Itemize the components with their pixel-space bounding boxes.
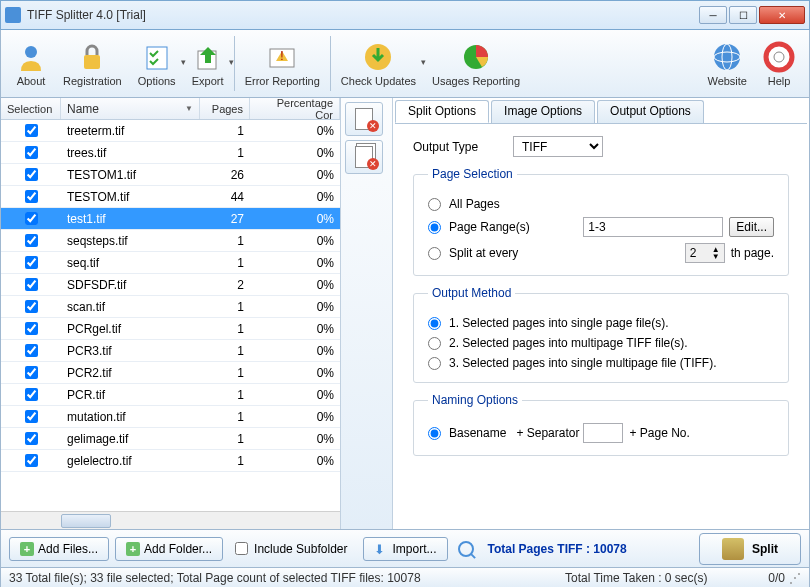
all-pages-radio[interactable] bbox=[428, 198, 441, 211]
export-icon bbox=[192, 41, 224, 73]
row-name: treeterm.tif bbox=[61, 124, 200, 138]
remove-all-button[interactable]: ✕ bbox=[345, 140, 383, 174]
table-row[interactable]: PCR.tif10% bbox=[1, 384, 340, 406]
row-checkbox[interactable] bbox=[25, 146, 38, 159]
split-every-spinner[interactable]: 2▲▼ bbox=[685, 243, 725, 263]
row-checkbox[interactable] bbox=[25, 388, 38, 401]
row-checkbox[interactable] bbox=[25, 410, 38, 423]
page-selection-legend: Page Selection bbox=[428, 167, 517, 181]
close-button[interactable]: ✕ bbox=[759, 6, 805, 24]
tab-output-options[interactable]: Output Options bbox=[597, 100, 704, 123]
about-button[interactable]: About bbox=[7, 32, 55, 95]
table-row[interactable]: mutation.tif10% bbox=[1, 406, 340, 428]
table-row[interactable]: SDFSDF.tif20% bbox=[1, 274, 340, 296]
check-updates-button[interactable]: Check Updates bbox=[333, 32, 424, 95]
include-subfolder-checkbox[interactable] bbox=[235, 542, 248, 555]
error-reporting-button[interactable]: !Error Reporting bbox=[237, 32, 328, 95]
table-row[interactable]: test1.tif270% bbox=[1, 208, 340, 230]
row-checkbox[interactable] bbox=[25, 168, 38, 181]
row-checkbox[interactable] bbox=[25, 344, 38, 357]
edit-ranges-button[interactable]: Edit... bbox=[729, 217, 774, 237]
col-percentage[interactable]: Percentage Cor bbox=[250, 98, 340, 119]
page-ranges-input[interactable] bbox=[583, 217, 723, 237]
row-pages: 1 bbox=[200, 410, 250, 424]
naming-legend: Naming Options bbox=[428, 393, 522, 407]
row-percentage: 0% bbox=[250, 234, 340, 248]
table-row[interactable]: TESTOM.tif440% bbox=[1, 186, 340, 208]
options-button[interactable]: Options bbox=[130, 32, 184, 95]
row-name: gelimage.tif bbox=[61, 432, 200, 446]
tab-split-options[interactable]: Split Options bbox=[395, 100, 489, 123]
split-button[interactable]: Split bbox=[699, 533, 801, 565]
table-row[interactable]: TESTOM1.tif260% bbox=[1, 164, 340, 186]
output-method-2-label: 2. Selected pages into multipage TIFF fi… bbox=[449, 336, 688, 350]
row-checkbox[interactable] bbox=[25, 432, 38, 445]
help-button[interactable]: Help bbox=[755, 32, 803, 95]
website-button[interactable]: Website bbox=[699, 32, 755, 95]
row-checkbox[interactable] bbox=[25, 124, 38, 137]
output-method-3-radio[interactable] bbox=[428, 357, 441, 370]
resize-grip-icon[interactable]: ⋰ bbox=[789, 571, 801, 585]
row-name: PCRgel.tif bbox=[61, 322, 200, 336]
row-checkbox[interactable] bbox=[25, 256, 38, 269]
row-checkbox[interactable] bbox=[25, 454, 38, 467]
add-files-button[interactable]: +Add Files... bbox=[9, 537, 109, 561]
grid-body[interactable]: treeterm.tif10%trees.tif10%TESTOM1.tif26… bbox=[1, 120, 340, 511]
maximize-button[interactable]: ☐ bbox=[729, 6, 757, 24]
page-ranges-label: Page Range(s) bbox=[449, 220, 530, 234]
row-pages: 1 bbox=[200, 234, 250, 248]
export-button[interactable]: Export bbox=[184, 32, 232, 95]
split-icon bbox=[722, 538, 744, 560]
row-checkbox[interactable] bbox=[25, 278, 38, 291]
output-type-select[interactable]: TIFF bbox=[513, 136, 603, 157]
row-checkbox[interactable] bbox=[25, 366, 38, 379]
minimize-button[interactable]: ─ bbox=[699, 6, 727, 24]
page-ranges-radio[interactable] bbox=[428, 221, 441, 234]
output-method-2-radio[interactable] bbox=[428, 337, 441, 350]
remove-selected-button[interactable]: ✕ bbox=[345, 102, 383, 136]
col-selection[interactable]: Selection bbox=[1, 98, 61, 119]
row-checkbox[interactable] bbox=[25, 322, 38, 335]
table-row[interactable]: trees.tif10% bbox=[1, 142, 340, 164]
separator-input[interactable] bbox=[583, 423, 623, 443]
row-percentage: 0% bbox=[250, 388, 340, 402]
magnifier-icon[interactable] bbox=[458, 541, 474, 557]
table-row[interactable]: gelelectro.tif10% bbox=[1, 450, 340, 472]
table-row[interactable]: seqsteps.tif10% bbox=[1, 230, 340, 252]
pie-icon bbox=[460, 41, 492, 73]
import-button[interactable]: ⬇Import... bbox=[363, 537, 447, 561]
table-row[interactable]: PCR3.tif10% bbox=[1, 340, 340, 362]
row-name: TESTOM.tif bbox=[61, 190, 200, 204]
table-row[interactable]: seq.tif10% bbox=[1, 252, 340, 274]
table-row[interactable]: treeterm.tif10% bbox=[1, 120, 340, 142]
row-name: seqsteps.tif bbox=[61, 234, 200, 248]
add-folder-button[interactable]: +Add Folder... bbox=[115, 537, 223, 561]
col-name[interactable]: Name▼ bbox=[61, 98, 200, 119]
row-checkbox[interactable] bbox=[25, 190, 38, 203]
table-row[interactable]: scan.tif10% bbox=[1, 296, 340, 318]
row-pages: 2 bbox=[200, 278, 250, 292]
basename-radio[interactable] bbox=[428, 427, 441, 440]
table-row[interactable]: PCR2.tif10% bbox=[1, 362, 340, 384]
scrollbar-thumb[interactable] bbox=[61, 514, 111, 528]
table-row[interactable]: PCRgel.tif10% bbox=[1, 318, 340, 340]
col-pages[interactable]: Pages bbox=[200, 98, 250, 119]
row-pages: 1 bbox=[200, 124, 250, 138]
output-type-label: Output Type bbox=[413, 140, 513, 154]
horizontal-scrollbar[interactable] bbox=[1, 511, 340, 529]
warning-icon: ! bbox=[266, 41, 298, 73]
row-checkbox[interactable] bbox=[25, 300, 38, 313]
row-percentage: 0% bbox=[250, 168, 340, 182]
table-row[interactable]: gelimage.tif10% bbox=[1, 428, 340, 450]
download-icon bbox=[362, 41, 394, 73]
row-checkbox[interactable] bbox=[25, 212, 38, 225]
tab-image-options[interactable]: Image Options bbox=[491, 100, 595, 123]
basename-label: Basename bbox=[449, 426, 506, 440]
output-method-1-radio[interactable] bbox=[428, 317, 441, 330]
checklist-icon bbox=[141, 41, 173, 73]
usages-reporting-button[interactable]: Usages Reporting bbox=[424, 32, 528, 95]
row-checkbox[interactable] bbox=[25, 234, 38, 247]
split-every-radio[interactable] bbox=[428, 247, 441, 260]
row-name: gelelectro.tif bbox=[61, 454, 200, 468]
registration-button[interactable]: Registration bbox=[55, 32, 130, 95]
